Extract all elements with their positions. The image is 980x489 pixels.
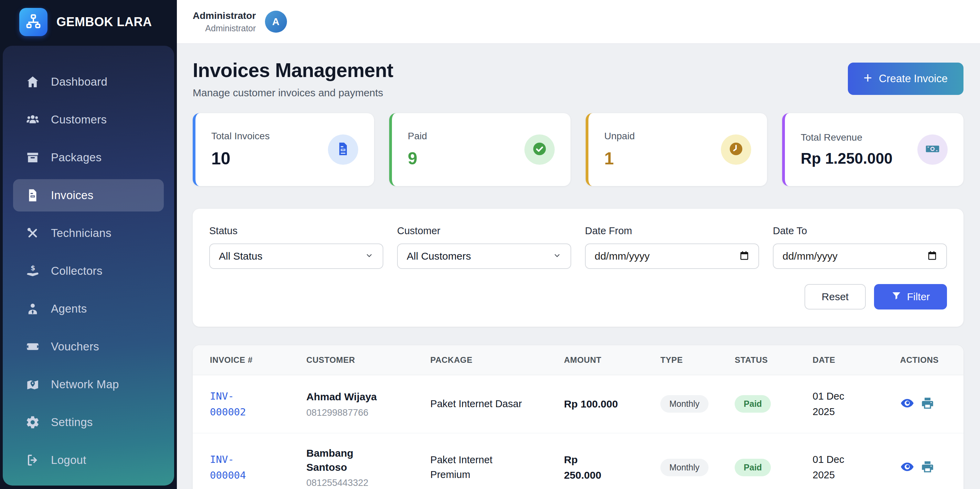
user-role: Administrator bbox=[193, 23, 256, 33]
cell-date: 01 Dec 2025 bbox=[795, 375, 883, 433]
sidebar-link-invoices[interactable]: Invoices bbox=[13, 179, 164, 211]
chevron-down-icon bbox=[553, 251, 562, 261]
column-header-date: DATE bbox=[795, 345, 883, 375]
sidebar-item-logout: Logout bbox=[3, 441, 174, 479]
sidebar-link-technicians[interactable]: Technicians bbox=[13, 217, 164, 249]
sitemap-icon bbox=[25, 13, 41, 31]
sidebar-item-label: Settings bbox=[51, 416, 93, 429]
table-row: INV-000002Ahmad Wijaya081299887766Paket … bbox=[193, 375, 964, 433]
sidebar-item-label: Network Map bbox=[51, 378, 119, 391]
filter-field-customer: Customer All Customers bbox=[397, 225, 571, 269]
avatar[interactable]: A bbox=[265, 11, 287, 33]
cell-customer: Bambang Santoso081255443322 bbox=[289, 433, 413, 489]
stat-label: Total Revenue bbox=[801, 132, 892, 143]
invoice-date: 01 Dec 2025 bbox=[813, 452, 853, 483]
column-header-type: TYPE bbox=[643, 345, 718, 375]
hand-dollar-icon: $ bbox=[25, 263, 41, 279]
sidebar-link-settings[interactable]: Settings bbox=[13, 406, 164, 438]
sidebar-item-packages: Packages bbox=[3, 138, 174, 176]
sidebar-item-label: Dashboard bbox=[51, 75, 107, 88]
customer-block: Bambang Santoso081255443322 bbox=[306, 446, 413, 488]
stat-value: 9 bbox=[408, 149, 427, 168]
sidebar-item-label: Logout bbox=[51, 454, 86, 467]
view-invoice-button[interactable] bbox=[900, 396, 914, 411]
sidebar-link-dashboard[interactable]: Dashboard bbox=[13, 66, 164, 98]
sidebar-header: GEMBOK LARA bbox=[0, 0, 177, 44]
cell-invoice: INV-000004 bbox=[193, 433, 289, 489]
stat-value: Rp 1.250.000 bbox=[801, 150, 892, 167]
sidebar-link-network-map[interactable]: Network Map bbox=[13, 368, 164, 401]
sidebar-item-label: Technicians bbox=[51, 227, 111, 240]
invoices-table-card: INVOICE #CUSTOMERPACKAGEAMOUNTTYPESTATUS… bbox=[193, 345, 964, 489]
date-from-input[interactable]: dd/mm/yyyy bbox=[585, 243, 759, 269]
page-subtitle: Manage customer invoices and payments bbox=[193, 87, 393, 99]
cell-date: 01 Dec 2025 bbox=[795, 433, 883, 489]
view-invoice-button[interactable] bbox=[900, 460, 914, 475]
table-row: INV-000004Bambang Santoso081255443322Pak… bbox=[193, 433, 964, 489]
app-root: GEMBOK LARA DashboardCustomersPackagesIn… bbox=[0, 0, 980, 489]
topbar: Administrator Administrator A bbox=[177, 0, 980, 44]
status-label: Status bbox=[209, 225, 383, 237]
sidebar: GEMBOK LARA DashboardCustomersPackagesIn… bbox=[0, 0, 177, 489]
stat-icon-circle bbox=[524, 135, 555, 165]
invoices-table: INVOICE #CUSTOMERPACKAGEAMOUNTTYPESTATUS… bbox=[193, 345, 964, 489]
cell-type: Monthly bbox=[643, 433, 718, 489]
create-invoice-label: Create Invoice bbox=[879, 73, 948, 85]
eye-icon bbox=[900, 460, 914, 475]
sidebar-item-vouchers: Vouchers bbox=[3, 328, 174, 365]
stat-text-block: Unpaid1 bbox=[604, 131, 635, 168]
sidebar-item-invoices: Invoices bbox=[3, 176, 174, 214]
print-invoice-button[interactable] bbox=[921, 460, 935, 475]
column-header-package: PACKAGE bbox=[413, 345, 547, 375]
filter-grid: Status All Status Customer All Customers bbox=[209, 225, 947, 269]
sidebar-link-packages[interactable]: Packages bbox=[13, 141, 164, 174]
sidebar-item-collectors: $Collectors bbox=[3, 252, 174, 290]
stat-text-block: Total Invoices10 bbox=[211, 131, 270, 168]
column-header-customer: CUSTOMER bbox=[289, 345, 413, 375]
filter-button[interactable]: Filter bbox=[874, 284, 947, 310]
stat-card-unpaid: Unpaid1 bbox=[585, 113, 767, 186]
sidebar-link-agents[interactable]: Agents bbox=[13, 293, 164, 325]
sidebar-link-vouchers[interactable]: Vouchers bbox=[13, 330, 164, 363]
reset-button[interactable]: Reset bbox=[805, 284, 866, 310]
sidebar-link-collectors[interactable]: $Collectors bbox=[13, 255, 164, 287]
status-badge: Paid bbox=[735, 459, 771, 476]
logout-icon bbox=[25, 452, 41, 468]
clock-icon bbox=[729, 141, 744, 158]
brand-logo[interactable] bbox=[19, 8, 48, 36]
customer-phone: 081255443322 bbox=[306, 478, 413, 488]
invoice-doc-icon bbox=[336, 141, 351, 158]
svg-text:$: $ bbox=[30, 264, 35, 272]
cell-type: Monthly bbox=[643, 375, 718, 433]
stats-row: Total Invoices10Paid9Unpaid1Total Revenu… bbox=[193, 113, 964, 186]
status-badge: Paid bbox=[735, 395, 771, 413]
invoice-icon bbox=[25, 187, 41, 203]
date-to-input[interactable]: dd/mm/yyyy bbox=[773, 243, 947, 269]
page-header: Invoices Management Manage customer invo… bbox=[193, 59, 964, 99]
date-to-label: Date To bbox=[773, 225, 947, 237]
calendar-icon bbox=[739, 250, 749, 262]
stat-label: Total Invoices bbox=[211, 131, 270, 142]
customer-phone: 081299887766 bbox=[306, 408, 413, 418]
main-area: Administrator Administrator A Invoices M… bbox=[177, 0, 980, 489]
stat-label: Paid bbox=[408, 131, 427, 142]
invoice-date: 01 Dec 2025 bbox=[813, 389, 853, 419]
sidebar-item-technicians: Technicians bbox=[3, 214, 174, 252]
create-invoice-button[interactable]: + Create Invoice bbox=[848, 63, 964, 95]
cell-invoice: INV-000002 bbox=[193, 375, 289, 433]
invoice-number-link[interactable]: INV-000002 bbox=[210, 388, 262, 420]
cell-package: Paket Internet Premium bbox=[413, 433, 547, 489]
sidebar-item-label: Agents bbox=[51, 302, 87, 315]
customer-select[interactable]: All Customers bbox=[397, 243, 571, 269]
map-icon bbox=[25, 376, 41, 392]
print-invoice-button[interactable] bbox=[921, 396, 935, 411]
sidebar-link-customers[interactable]: Customers bbox=[13, 103, 164, 136]
page-heading-block: Invoices Management Manage customer invo… bbox=[193, 59, 393, 99]
status-select[interactable]: All Status bbox=[209, 243, 383, 269]
check-circle-icon bbox=[532, 141, 547, 158]
sidebar-link-logout[interactable]: Logout bbox=[13, 444, 164, 476]
printer-icon bbox=[921, 460, 935, 475]
customer-name: Bambang Santoso bbox=[306, 446, 392, 474]
invoice-number-link[interactable]: INV-000004 bbox=[210, 451, 262, 484]
stat-text-block: Total RevenueRp 1.250.000 bbox=[801, 132, 892, 167]
